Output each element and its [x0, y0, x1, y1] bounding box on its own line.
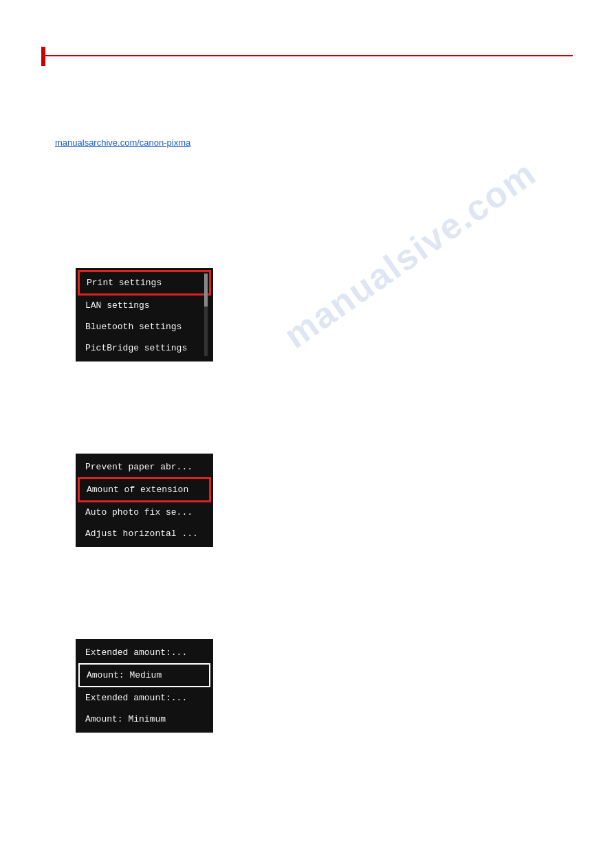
menu1-item-1[interactable]: LAN settings	[78, 295, 210, 316]
menu1-scrollbar[interactable]	[204, 274, 208, 356]
watermark: manualsive.com	[276, 152, 544, 356]
page-container: manualsarchive.com/canon-pixma manualsiv…	[0, 0, 614, 868]
menu1-item-0[interactable]: Print settings	[78, 271, 210, 295]
menu1-scrollbar-thumb	[204, 274, 208, 307]
menu2-item-0[interactable]: Prevent paper abr...	[78, 456, 210, 478]
menu2-item-1[interactable]: Amount of extension	[78, 478, 210, 502]
menu2-item-2[interactable]: Auto photo fix se...	[78, 502, 210, 523]
red-tab-accent	[41, 47, 45, 66]
menu3-item-2[interactable]: Extended amount:...	[78, 687, 210, 709]
top-link[interactable]: manualsarchive.com/canon-pixma	[55, 137, 190, 148]
menu1-item-2[interactable]: Bluetooth settings	[78, 316, 210, 337]
menu3-item-0[interactable]: Extended amount:...	[78, 642, 210, 663]
menu-box-3: Extended amount:... Amount: Medium Exten…	[76, 639, 213, 733]
menu1-item-3[interactable]: PictBridge settings	[78, 337, 210, 359]
menu3-item-1[interactable]: Amount: Medium	[78, 663, 210, 687]
menu3-item-3[interactable]: Amount: Minimum	[78, 709, 210, 730]
menu-box-1: Print settings LAN settings Bluetooth se…	[76, 268, 213, 361]
menu-box-2: Prevent paper abr... Amount of extension…	[76, 454, 213, 547]
menu2-item-3[interactable]: Adjust horizontal ...	[78, 523, 210, 544]
top-rule	[41, 55, 573, 56]
